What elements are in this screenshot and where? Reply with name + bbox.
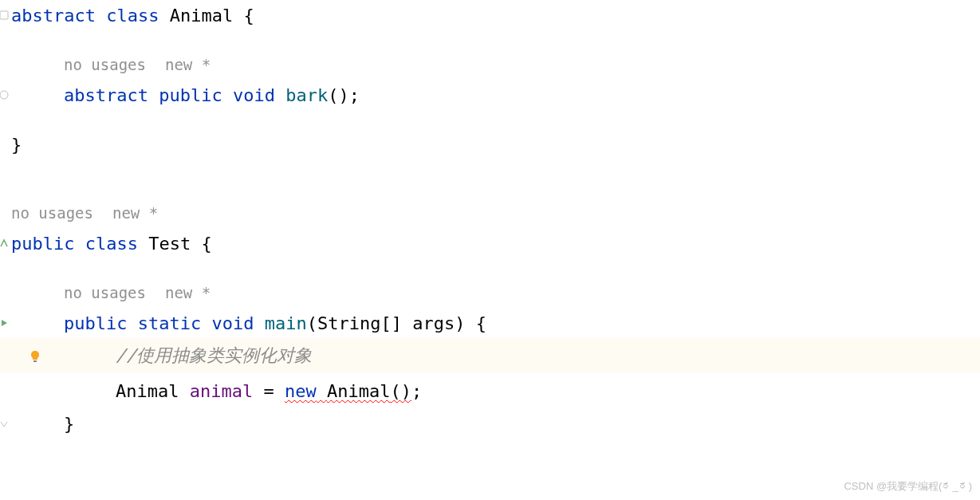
code-line[interactable]: }	[0, 408, 980, 439]
method-name-bark: bark	[285, 85, 328, 105]
paren-open: (	[307, 313, 317, 333]
watermark-text: CSDN @我要学编程(ಥ_ಥ)	[844, 479, 972, 494]
code-line[interactable]: abstract class Animal {	[0, 0, 980, 30]
equals: =	[263, 381, 274, 401]
code-line[interactable]: public static void main ( String[] args …	[0, 308, 980, 338]
keyword-new-error: new	[285, 381, 317, 401]
new-hint[interactable]: new *	[112, 204, 158, 222]
keyword-public: public	[11, 234, 74, 254]
ctor-animal-error: Animal	[327, 381, 390, 401]
keyword-abstract: abstract	[64, 85, 148, 105]
svg-point-1	[0, 91, 8, 99]
brace-close: }	[11, 135, 22, 155]
type-animal: Animal	[116, 381, 179, 401]
hint-line[interactable]: no usages new *	[0, 278, 980, 308]
paren-open-error: (	[390, 381, 400, 401]
keyword-public: public	[64, 313, 127, 333]
code-line[interactable]: public class Test {	[0, 228, 980, 258]
empty-line[interactable]	[0, 159, 980, 198]
spacer	[0, 30, 980, 49]
hint-line[interactable]: no usages new *	[0, 49, 980, 80]
paren-close: )	[455, 313, 465, 333]
svg-rect-2	[33, 360, 37, 362]
method-gutter-icon	[0, 89, 10, 100]
new-hint[interactable]: new *	[165, 284, 211, 301]
code-line-highlighted[interactable]: //使用抽象类实例化对象	[0, 338, 980, 373]
comment-text: //使用抽象类实例化对象	[116, 344, 313, 368]
brace-open: {	[476, 313, 486, 333]
code-line[interactable]: abstract public void bark ();	[0, 80, 980, 110]
keyword-class: class	[85, 234, 138, 254]
keyword-static: static	[138, 313, 201, 333]
brace-close: }	[64, 414, 74, 434]
svg-rect-0	[0, 11, 8, 19]
class-name-test: Test	[148, 234, 191, 254]
intention-bulb-icon[interactable]	[28, 348, 44, 364]
param-name: args	[412, 313, 455, 333]
spacer	[0, 258, 980, 278]
method-end-gutter-icon	[0, 418, 10, 429]
method-name-main: main	[265, 313, 307, 333]
new-hint[interactable]: new *	[165, 56, 211, 73]
code-editor[interactable]: abstract class Animal { no usages new * …	[0, 0, 980, 439]
class-gutter-icon	[0, 10, 10, 21]
keyword-class: class	[106, 6, 159, 26]
param-type: String[]	[317, 313, 402, 333]
code-line[interactable]: Animal animal = new Animal ( ) ;	[0, 373, 980, 408]
run-gutter-icon[interactable]	[0, 317, 10, 329]
spacer	[0, 110, 980, 129]
keyword-void: void	[233, 85, 275, 105]
keyword-public: public	[159, 85, 222, 105]
hint-line[interactable]: no usages new *	[0, 198, 980, 228]
variable-animal: animal	[190, 381, 253, 401]
class-name-animal: Animal	[170, 6, 233, 26]
usage-hint[interactable]: no usages	[64, 284, 146, 301]
paren-close-error: )	[401, 381, 411, 401]
class-gutter-icon	[0, 238, 10, 249]
punctuation: ();	[328, 85, 360, 105]
brace-open: {	[243, 6, 254, 26]
code-line[interactable]: }	[0, 129, 980, 159]
usage-hint[interactable]: no usages	[64, 56, 146, 73]
keyword-abstract: abstract	[11, 6, 96, 26]
semicolon: ;	[411, 381, 422, 401]
keyword-void: void	[211, 313, 254, 333]
usage-hint[interactable]: no usages	[11, 204, 93, 222]
brace-open: {	[201, 234, 211, 254]
